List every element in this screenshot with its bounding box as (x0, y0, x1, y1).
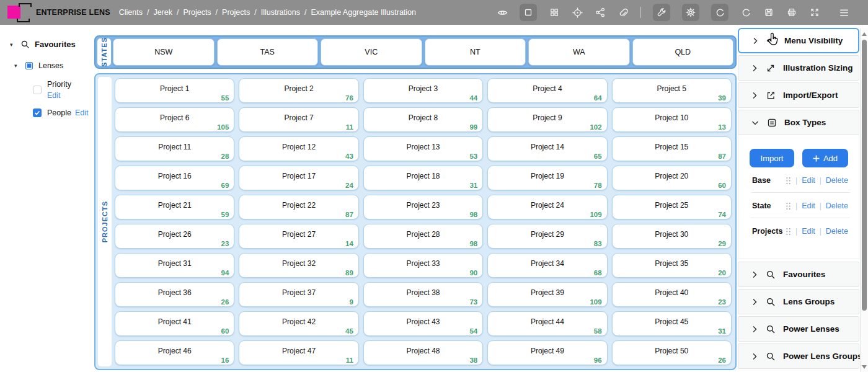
project-box[interactable]: Project 3289 (239, 253, 358, 278)
delete-link[interactable]: Delete (826, 202, 848, 210)
project-box[interactable]: Project 1465 (487, 136, 607, 161)
project-box[interactable]: Project 3390 (363, 253, 483, 278)
project-box[interactable]: Project 3029 (612, 224, 732, 249)
project-box[interactable]: Project 4023 (612, 282, 732, 307)
project-box[interactable]: Project 5026 (612, 340, 732, 365)
breadcrumb-item[interactable]: Example Aggregate Illustration (311, 8, 416, 17)
project-box[interactable]: Project 539 (612, 78, 732, 103)
save-icon[interactable] (763, 7, 774, 18)
project-box[interactable]: Project 2060 (612, 166, 732, 190)
project-box[interactable]: Project 3873 (363, 282, 483, 307)
people-checkbox[interactable] (33, 108, 42, 117)
project-box[interactable]: Project 1831 (363, 166, 483, 190)
project-box[interactable]: Project 1724 (239, 166, 358, 190)
chevron-down-icon[interactable] (751, 120, 759, 126)
project-box[interactable]: Project 6105 (115, 107, 234, 132)
project-box[interactable]: Project 4616 (115, 340, 234, 365)
project-box[interactable]: Project 4531 (612, 311, 732, 336)
drag-handle-icon[interactable] (786, 228, 791, 236)
state-box-nt[interactable]: NT (425, 38, 526, 66)
people-edit-link[interactable]: Edit (75, 108, 89, 117)
delete-link[interactable]: Delete (826, 227, 848, 236)
share-icon[interactable] (595, 7, 606, 18)
apps-grid-icon[interactable] (549, 7, 560, 18)
panel-power-lenses[interactable]: Power Lenses (738, 316, 859, 342)
project-box[interactable]: Project 4996 (487, 340, 607, 365)
state-box-qld[interactable]: QLD (632, 38, 734, 66)
box-select-icon[interactable] (520, 4, 537, 21)
caret-down-icon[interactable]: ▾ (10, 42, 17, 48)
scrollbar-thumb[interactable] (862, 40, 867, 311)
breadcrumb-item[interactable]: Jerek (153, 8, 172, 17)
priority-edit-link[interactable]: Edit (47, 91, 61, 100)
wrench-icon[interactable] (653, 4, 670, 21)
project-box[interactable]: Project 1587 (612, 136, 732, 161)
favourites-tree-node[interactable]: ▾ Favourites (10, 40, 94, 49)
project-box[interactable]: Project 1978 (487, 166, 607, 190)
target-icon[interactable] (572, 7, 583, 18)
project-box[interactable]: Project 3520 (612, 253, 732, 278)
state-box-vic[interactable]: VIC (321, 38, 422, 66)
scrollbar-down-arrow[interactable] (862, 365, 867, 369)
project-box[interactable]: Project 39109 (487, 282, 607, 307)
project-box[interactable]: Project 9102 (487, 107, 607, 132)
breadcrumb-item[interactable]: Projects (183, 8, 211, 17)
breadcrumb-item[interactable]: Illustrations (261, 8, 300, 17)
fullscreen-icon[interactable] (809, 7, 820, 18)
project-box[interactable]: Project 899 (363, 107, 483, 132)
chevron-right-icon[interactable] (751, 353, 758, 360)
drag-handle-icon[interactable] (786, 202, 791, 210)
panel-illustration-sizing[interactable]: Illustration Sizing (738, 55, 859, 81)
chevron-right-icon[interactable] (751, 326, 758, 333)
menu-icon[interactable] (838, 7, 849, 18)
gear-icon[interactable] (682, 4, 699, 21)
import-button[interactable]: Import (750, 149, 794, 167)
panel-power-lens-groups[interactable]: Power Lens Groups (738, 343, 859, 369)
project-box[interactable]: Project 2714 (239, 224, 358, 249)
state-box-tas[interactable]: TAS (217, 38, 319, 66)
project-box[interactable]: Project 4458 (487, 311, 607, 336)
refresh-icon[interactable] (711, 4, 728, 21)
project-box[interactable]: Project 24109 (487, 195, 607, 219)
project-box[interactable]: Project 464 (487, 78, 607, 103)
project-box[interactable]: Project 4838 (363, 340, 483, 365)
project-box[interactable]: Project 2623 (115, 224, 234, 249)
project-box[interactable]: Project 2983 (487, 224, 607, 249)
project-box[interactable]: Project 4160 (115, 311, 234, 336)
caret-down-icon[interactable]: ▾ (14, 63, 21, 69)
edit-link[interactable]: Edit (802, 202, 815, 210)
edit-link[interactable]: Edit (802, 176, 815, 185)
chevron-right-icon[interactable] (751, 64, 758, 72)
project-box[interactable]: Project 4245 (239, 311, 358, 336)
history-icon[interactable] (740, 7, 751, 18)
chevron-right-icon[interactable] (752, 37, 758, 45)
project-box[interactable]: Project 276 (239, 78, 358, 103)
project-box[interactable]: Project 344 (363, 78, 483, 103)
project-box[interactable]: Project 3194 (115, 253, 234, 278)
project-box[interactable]: Project 2159 (115, 195, 234, 219)
chevron-right-icon[interactable] (751, 271, 758, 278)
print-icon[interactable] (786, 7, 797, 18)
panel-box-types[interactable]: Box Types (738, 110, 859, 135)
panel-lens-groups[interactable]: Lens Groups (738, 289, 859, 314)
project-box[interactable]: Project 1243 (239, 136, 358, 161)
breadcrumb-item[interactable]: Projects (222, 8, 250, 17)
panel-import-export[interactable]: Import/Export (738, 82, 859, 108)
breadcrumb-item[interactable]: Clients (119, 8, 143, 17)
project-box[interactable]: Project 1669 (115, 166, 234, 190)
project-box[interactable]: Project 1128 (115, 136, 234, 161)
project-box[interactable]: Project 2287 (239, 195, 358, 219)
project-box[interactable]: Project 2574 (612, 195, 732, 219)
delete-link[interactable]: Delete (826, 176, 848, 185)
project-box[interactable]: Project 2898 (363, 224, 483, 249)
right-scrollbar[interactable] (860, 28, 868, 372)
add-button[interactable]: Add (802, 149, 848, 167)
state-box-wa[interactable]: WA (528, 38, 630, 66)
panel-favourites[interactable]: Favourites (738, 262, 859, 287)
project-box[interactable]: Project 4354 (363, 311, 483, 336)
link-icon[interactable] (618, 7, 629, 18)
project-box[interactable]: Project 1013 (612, 107, 732, 132)
project-box[interactable]: Project 1353 (363, 136, 483, 161)
project-box[interactable]: Project 155 (115, 78, 234, 103)
eye-icon[interactable] (497, 7, 508, 18)
